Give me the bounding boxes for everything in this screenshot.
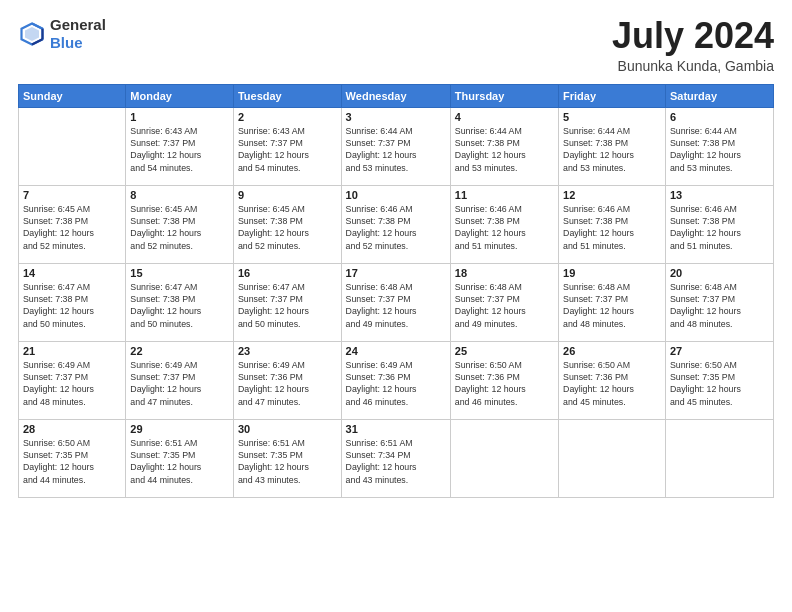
title-month: July 2024 xyxy=(612,16,774,56)
day-number: 21 xyxy=(23,345,121,357)
day-info: Sunrise: 6:49 AMSunset: 7:37 PMDaylight:… xyxy=(130,359,229,408)
day-info: Sunrise: 6:47 AMSunset: 7:38 PMDaylight:… xyxy=(130,281,229,330)
day-info: Sunrise: 6:50 AMSunset: 7:36 PMDaylight:… xyxy=(455,359,554,408)
calendar-cell: 13Sunrise: 6:46 AMSunset: 7:38 PMDayligh… xyxy=(665,185,773,263)
logo-text: General Blue xyxy=(50,16,106,52)
day-number: 22 xyxy=(130,345,229,357)
day-info: Sunrise: 6:44 AMSunset: 7:38 PMDaylight:… xyxy=(455,125,554,174)
calendar-cell: 8Sunrise: 6:45 AMSunset: 7:38 PMDaylight… xyxy=(126,185,234,263)
day-info: Sunrise: 6:48 AMSunset: 7:37 PMDaylight:… xyxy=(455,281,554,330)
day-info: Sunrise: 6:49 AMSunset: 7:36 PMDaylight:… xyxy=(346,359,446,408)
calendar-cell: 23Sunrise: 6:49 AMSunset: 7:36 PMDayligh… xyxy=(233,341,341,419)
calendar-cell: 18Sunrise: 6:48 AMSunset: 7:37 PMDayligh… xyxy=(450,263,558,341)
logo-icon xyxy=(18,20,46,48)
col-wednesday: Wednesday xyxy=(341,84,450,107)
col-sunday: Sunday xyxy=(19,84,126,107)
col-tuesday: Tuesday xyxy=(233,84,341,107)
calendar-cell: 15Sunrise: 6:47 AMSunset: 7:38 PMDayligh… xyxy=(126,263,234,341)
day-number: 6 xyxy=(670,111,769,123)
day-info: Sunrise: 6:46 AMSunset: 7:38 PMDaylight:… xyxy=(346,203,446,252)
logo: General Blue xyxy=(18,16,106,52)
calendar-cell: 25Sunrise: 6:50 AMSunset: 7:36 PMDayligh… xyxy=(450,341,558,419)
calendar-cell: 20Sunrise: 6:48 AMSunset: 7:37 PMDayligh… xyxy=(665,263,773,341)
day-info: Sunrise: 6:43 AMSunset: 7:37 PMDaylight:… xyxy=(130,125,229,174)
col-saturday: Saturday xyxy=(665,84,773,107)
day-number: 10 xyxy=(346,189,446,201)
day-info: Sunrise: 6:49 AMSunset: 7:36 PMDaylight:… xyxy=(238,359,337,408)
calendar-cell: 29Sunrise: 6:51 AMSunset: 7:35 PMDayligh… xyxy=(126,419,234,497)
day-number: 19 xyxy=(563,267,661,279)
day-number: 3 xyxy=(346,111,446,123)
page: General Blue July 2024 Bununka Kunda, Ga… xyxy=(0,0,792,612)
calendar-week-row: 1Sunrise: 6:43 AMSunset: 7:37 PMDaylight… xyxy=(19,107,774,185)
day-number: 24 xyxy=(346,345,446,357)
calendar-cell xyxy=(450,419,558,497)
day-info: Sunrise: 6:45 AMSunset: 7:38 PMDaylight:… xyxy=(238,203,337,252)
day-number: 27 xyxy=(670,345,769,357)
day-info: Sunrise: 6:46 AMSunset: 7:38 PMDaylight:… xyxy=(670,203,769,252)
day-number: 12 xyxy=(563,189,661,201)
svg-marker-1 xyxy=(25,27,39,41)
calendar-cell: 21Sunrise: 6:49 AMSunset: 7:37 PMDayligh… xyxy=(19,341,126,419)
day-number: 18 xyxy=(455,267,554,279)
day-info: Sunrise: 6:46 AMSunset: 7:38 PMDaylight:… xyxy=(563,203,661,252)
day-info: Sunrise: 6:50 AMSunset: 7:35 PMDaylight:… xyxy=(670,359,769,408)
day-number: 1 xyxy=(130,111,229,123)
day-number: 4 xyxy=(455,111,554,123)
calendar-cell: 5Sunrise: 6:44 AMSunset: 7:38 PMDaylight… xyxy=(559,107,666,185)
header: General Blue July 2024 Bununka Kunda, Ga… xyxy=(18,16,774,74)
calendar-week-row: 21Sunrise: 6:49 AMSunset: 7:37 PMDayligh… xyxy=(19,341,774,419)
col-monday: Monday xyxy=(126,84,234,107)
col-friday: Friday xyxy=(559,84,666,107)
day-number: 16 xyxy=(238,267,337,279)
calendar-cell: 4Sunrise: 6:44 AMSunset: 7:38 PMDaylight… xyxy=(450,107,558,185)
calendar-cell: 28Sunrise: 6:50 AMSunset: 7:35 PMDayligh… xyxy=(19,419,126,497)
calendar-week-row: 28Sunrise: 6:50 AMSunset: 7:35 PMDayligh… xyxy=(19,419,774,497)
day-number: 17 xyxy=(346,267,446,279)
calendar-cell: 7Sunrise: 6:45 AMSunset: 7:38 PMDaylight… xyxy=(19,185,126,263)
calendar-cell xyxy=(19,107,126,185)
calendar-cell: 10Sunrise: 6:46 AMSunset: 7:38 PMDayligh… xyxy=(341,185,450,263)
calendar-cell: 14Sunrise: 6:47 AMSunset: 7:38 PMDayligh… xyxy=(19,263,126,341)
calendar-cell: 31Sunrise: 6:51 AMSunset: 7:34 PMDayligh… xyxy=(341,419,450,497)
calendar-cell: 11Sunrise: 6:46 AMSunset: 7:38 PMDayligh… xyxy=(450,185,558,263)
calendar-cell xyxy=(665,419,773,497)
day-number: 14 xyxy=(23,267,121,279)
day-number: 11 xyxy=(455,189,554,201)
calendar-header-row: Sunday Monday Tuesday Wednesday Thursday… xyxy=(19,84,774,107)
day-info: Sunrise: 6:44 AMSunset: 7:38 PMDaylight:… xyxy=(670,125,769,174)
day-number: 13 xyxy=(670,189,769,201)
day-number: 23 xyxy=(238,345,337,357)
day-info: Sunrise: 6:48 AMSunset: 7:37 PMDaylight:… xyxy=(346,281,446,330)
title-block: July 2024 Bununka Kunda, Gambia xyxy=(612,16,774,74)
day-info: Sunrise: 6:44 AMSunset: 7:38 PMDaylight:… xyxy=(563,125,661,174)
calendar-cell: 9Sunrise: 6:45 AMSunset: 7:38 PMDaylight… xyxy=(233,185,341,263)
calendar-week-row: 14Sunrise: 6:47 AMSunset: 7:38 PMDayligh… xyxy=(19,263,774,341)
day-info: Sunrise: 6:43 AMSunset: 7:37 PMDaylight:… xyxy=(238,125,337,174)
calendar-week-row: 7Sunrise: 6:45 AMSunset: 7:38 PMDaylight… xyxy=(19,185,774,263)
logo-general: General xyxy=(50,16,106,33)
calendar-cell: 27Sunrise: 6:50 AMSunset: 7:35 PMDayligh… xyxy=(665,341,773,419)
day-number: 15 xyxy=(130,267,229,279)
title-location: Bununka Kunda, Gambia xyxy=(612,58,774,74)
day-info: Sunrise: 6:51 AMSunset: 7:35 PMDaylight:… xyxy=(130,437,229,486)
calendar-body: 1Sunrise: 6:43 AMSunset: 7:37 PMDaylight… xyxy=(19,107,774,497)
day-info: Sunrise: 6:47 AMSunset: 7:38 PMDaylight:… xyxy=(23,281,121,330)
logo-blue: Blue xyxy=(50,34,83,51)
day-info: Sunrise: 6:45 AMSunset: 7:38 PMDaylight:… xyxy=(130,203,229,252)
day-number: 31 xyxy=(346,423,446,435)
day-number: 5 xyxy=(563,111,661,123)
calendar-cell: 2Sunrise: 6:43 AMSunset: 7:37 PMDaylight… xyxy=(233,107,341,185)
day-info: Sunrise: 6:48 AMSunset: 7:37 PMDaylight:… xyxy=(563,281,661,330)
calendar-cell xyxy=(559,419,666,497)
day-number: 30 xyxy=(238,423,337,435)
calendar-cell: 6Sunrise: 6:44 AMSunset: 7:38 PMDaylight… xyxy=(665,107,773,185)
calendar-cell: 17Sunrise: 6:48 AMSunset: 7:37 PMDayligh… xyxy=(341,263,450,341)
col-thursday: Thursday xyxy=(450,84,558,107)
calendar-table: Sunday Monday Tuesday Wednesday Thursday… xyxy=(18,84,774,498)
day-number: 29 xyxy=(130,423,229,435)
day-info: Sunrise: 6:51 AMSunset: 7:35 PMDaylight:… xyxy=(238,437,337,486)
calendar-cell: 24Sunrise: 6:49 AMSunset: 7:36 PMDayligh… xyxy=(341,341,450,419)
day-info: Sunrise: 6:50 AMSunset: 7:35 PMDaylight:… xyxy=(23,437,121,486)
calendar-cell: 26Sunrise: 6:50 AMSunset: 7:36 PMDayligh… xyxy=(559,341,666,419)
